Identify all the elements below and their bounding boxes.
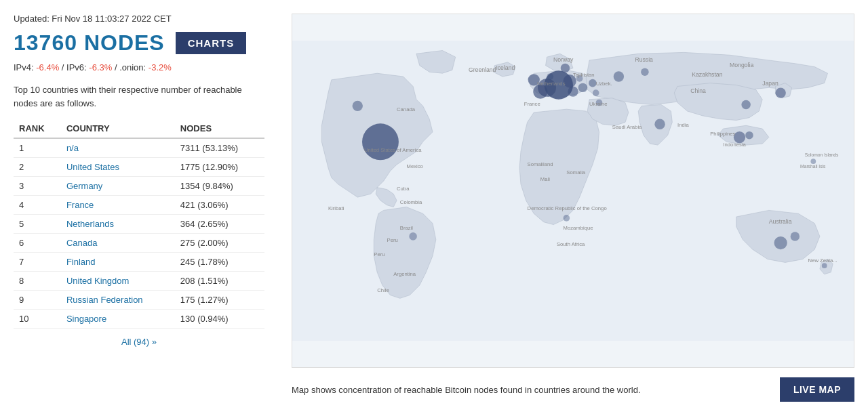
- svg-point-21: [409, 232, 417, 241]
- table-row: 3Germany1354 (9.84%): [14, 177, 264, 196]
- svg-text:Saudi Arabia: Saudi Arabia: [612, 124, 642, 130]
- rank-cell: 1: [14, 138, 61, 158]
- description-text: Top 10 countries with their respective n…: [14, 83, 264, 110]
- svg-point-20: [353, 101, 363, 111]
- svg-text:Australia: Australia: [769, 218, 792, 225]
- svg-text:Russia: Russia: [635, 56, 653, 63]
- svg-text:Mongolia: Mongolia: [730, 62, 753, 68]
- col-nodes: NODES: [175, 119, 264, 138]
- rank-cell: 7: [14, 253, 61, 272]
- svg-point-22: [564, 215, 570, 222]
- svg-point-25: [593, 89, 599, 96]
- svg-point-28: [822, 263, 827, 268]
- svg-text:Mali: Mali: [540, 176, 550, 182]
- country-cell[interactable]: United Kingdom: [61, 272, 175, 291]
- rank-cell: 4: [14, 196, 61, 215]
- nodes-cell: 364 (2.65%): [175, 215, 264, 234]
- table-row: 2United States1775 (12.90%): [14, 158, 264, 177]
- rank-cell: 3: [14, 177, 61, 196]
- svg-point-1: [362, 123, 399, 160]
- live-map-button[interactable]: LIVE MAP: [780, 377, 854, 402]
- sep1: /: [62, 62, 66, 72]
- svg-text:South Africa: South Africa: [557, 241, 585, 247]
- svg-text:Japan: Japan: [762, 80, 778, 87]
- ipv6-value: -6.3%: [89, 62, 112, 72]
- svg-point-9: [533, 85, 547, 99]
- svg-text:Netherlands: Netherlands: [537, 81, 566, 87]
- nodes-cell: 130 (0.94%): [175, 310, 264, 329]
- svg-point-19: [791, 232, 800, 241]
- table-row: 9Russian Federation175 (1.27%): [14, 291, 264, 310]
- ipv6-label: IPv6:: [66, 62, 87, 72]
- nodes-table: RANK COUNTRY NODES 1n/a7311 (53.13%)2Uni…: [14, 119, 264, 329]
- rank-cell: 8: [14, 272, 61, 291]
- rank-cell: 6: [14, 234, 61, 253]
- svg-text:Mexico: Mexico: [406, 163, 422, 169]
- svg-text:China: China: [690, 87, 706, 94]
- country-cell[interactable]: Russian Federation: [61, 291, 175, 310]
- svg-text:Ukraine: Ukraine: [589, 101, 608, 107]
- rank-cell: 5: [14, 215, 61, 234]
- svg-point-10: [561, 64, 570, 72]
- updated-text: Updated: Fri Nov 18 11:03:27 2022 CET: [14, 14, 264, 24]
- svg-text:Marshall Isls: Marshall Isls: [800, 164, 826, 169]
- rank-cell: 10: [14, 310, 61, 329]
- charts-button[interactable]: CHARTS: [176, 32, 247, 54]
- svg-text:France: France: [524, 101, 540, 107]
- country-cell[interactable]: Canada: [61, 234, 175, 253]
- svg-point-18: [774, 236, 787, 249]
- svg-text:New Zeala...: New Zeala...: [808, 257, 837, 264]
- svg-text:Peru: Peru: [374, 251, 384, 257]
- nodes-cell: 275 (2.00%): [175, 234, 264, 253]
- svg-point-17: [654, 119, 665, 129]
- svg-point-11: [614, 71, 624, 81]
- nodes-cell: 175 (1.27%): [175, 291, 264, 310]
- svg-text:Uzbek.: Uzbek.: [596, 81, 612, 87]
- table-row: 10Singapore130 (0.94%): [14, 310, 264, 329]
- svg-text:India: India: [677, 122, 689, 128]
- svg-text:Philippines: Philippines: [710, 131, 735, 137]
- svg-point-5: [568, 86, 578, 96]
- svg-text:Kazakhstan: Kazakhstan: [692, 71, 722, 78]
- country-cell[interactable]: Finland: [61, 253, 175, 272]
- svg-point-12: [641, 68, 649, 76]
- svg-text:Mozambique: Mozambique: [564, 225, 593, 231]
- svg-point-14: [741, 100, 750, 109]
- svg-text:Solomon Islands: Solomon Islands: [805, 152, 839, 157]
- protocol-line: IPv4: -6.4% / IPv6: -6.3% / .onion: -3.2…: [14, 62, 264, 72]
- nodes-cell: 421 (3.06%): [175, 196, 264, 215]
- country-cell[interactable]: n/a: [61, 138, 175, 158]
- ipv4-value: -6.4%: [36, 62, 59, 72]
- svg-text:Norway: Norway: [553, 56, 574, 63]
- world-map: Russia Canada United States of America M…: [292, 14, 854, 368]
- svg-text:Brazil: Brazil: [400, 225, 414, 231]
- svg-point-13: [775, 87, 785, 98]
- svg-text:Canada: Canada: [397, 106, 416, 112]
- svg-text:Democratic Republic of the Con: Democratic Republic of the Congo: [528, 205, 607, 211]
- rank-cell: 9: [14, 291, 61, 310]
- table-row: 5Netherlands364 (2.65%): [14, 215, 264, 234]
- svg-text:Somaliland: Somaliland: [528, 161, 553, 167]
- nodes-cell: 245 (1.78%): [175, 253, 264, 272]
- country-cell[interactable]: United States: [61, 158, 175, 177]
- svg-text:Somalia: Somalia: [566, 169, 585, 175]
- svg-text:Indonesia: Indonesia: [723, 142, 746, 148]
- country-cell[interactable]: France: [61, 196, 175, 215]
- col-rank: RANK: [14, 119, 61, 138]
- nodes-cell: 208 (1.51%): [175, 272, 264, 291]
- nodes-cell: 1354 (9.84%): [175, 177, 264, 196]
- svg-text:Chile: Chile: [377, 287, 389, 293]
- country-cell[interactable]: Singapore: [61, 310, 175, 329]
- svg-point-16: [745, 131, 753, 140]
- country-cell[interactable]: Germany: [61, 177, 175, 196]
- ipv4-label: IPv4:: [14, 62, 34, 72]
- svg-text:Tajikistan: Tajikistan: [573, 72, 595, 78]
- svg-text:Greenland: Greenland: [469, 66, 496, 73]
- svg-text:Kiribati: Kiribati: [328, 205, 344, 211]
- table-row: 7Finland245 (1.78%): [14, 253, 264, 272]
- svg-text:Cuba: Cuba: [397, 186, 410, 192]
- svg-point-6: [578, 83, 587, 92]
- table-row: 1n/a7311 (53.13%): [14, 138, 264, 158]
- all-link[interactable]: All (94) »: [14, 337, 264, 347]
- country-cell[interactable]: Netherlands: [61, 215, 175, 234]
